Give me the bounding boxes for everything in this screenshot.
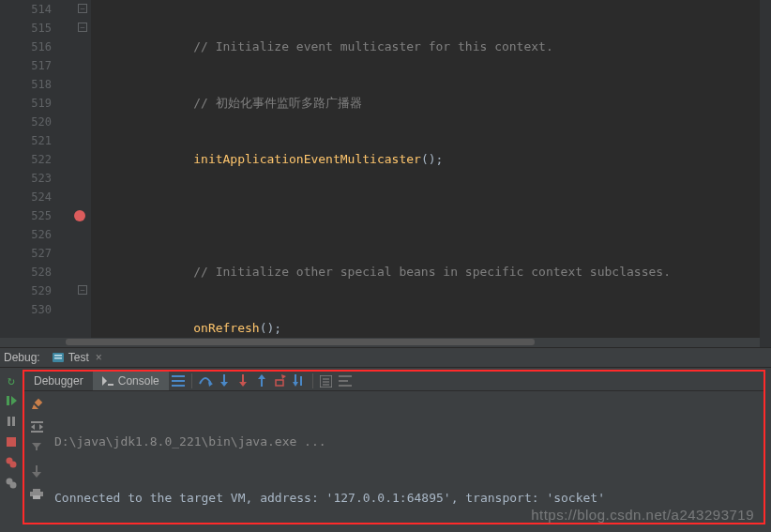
fold-toggle-icon[interactable]: −: [78, 4, 87, 13]
edit-icon[interactable]: [28, 395, 45, 412]
gutter-marker-slot[interactable]: [70, 206, 91, 225]
editor-horizontal-scrollbar[interactable]: [0, 338, 760, 347]
breakpoint-icon[interactable]: [74, 210, 85, 221]
run-config-tab[interactable]: Test ×: [52, 351, 102, 364]
line-number[interactable]: 522: [0, 150, 52, 169]
pause-button[interactable]: [3, 413, 20, 430]
error-stripe[interactable]: [760, 0, 771, 347]
show-frames-icon[interactable]: [169, 372, 188, 390]
debug-content: Debugger Console: [23, 370, 765, 524]
drop-frame-button[interactable]: [271, 372, 290, 390]
step-out-button[interactable]: [252, 372, 271, 390]
svg-rect-7: [7, 437, 16, 447]
rerun-button[interactable]: ↻: [3, 372, 20, 388]
line-number[interactable]: 521: [0, 131, 52, 150]
run-config-name: Test: [68, 351, 89, 364]
gutter-marker-slot[interactable]: [70, 131, 91, 150]
separator: [312, 373, 313, 388]
gutter-marker-slot[interactable]: [70, 263, 91, 281]
marker-column: −−−: [70, 0, 91, 347]
view-breakpoints-button[interactable]: [3, 454, 20, 471]
line-number[interactable]: 520: [0, 113, 52, 131]
svg-rect-47: [33, 489, 40, 492]
svg-marker-21: [239, 382, 247, 387]
svg-marker-12: [102, 376, 107, 386]
gutter-marker-slot[interactable]: [70, 56, 91, 75]
line-number[interactable]: 519: [0, 94, 52, 113]
line-number-gutter: 5145155165175185195205215225235245255265…: [0, 0, 70, 347]
debug-toolwindow: ↻ Debugger Console: [0, 368, 771, 532]
line-number[interactable]: 524: [0, 188, 52, 206]
line-number[interactable]: 514: [0, 0, 52, 19]
console-side-toolbar: [24, 391, 49, 532]
method-call: initApplicationEventMulticaster: [193, 152, 421, 166]
gutter-marker-slot[interactable]: [70, 300, 91, 319]
gutter-marker-slot[interactable]: −: [70, 0, 91, 19]
console-line: Connected to the target VM, address: '12…: [54, 489, 758, 508]
line-number[interactable]: 529: [0, 281, 52, 300]
close-icon[interactable]: ×: [96, 351, 102, 364]
console-tab[interactable]: Console: [93, 372, 169, 390]
debug-toolwindow-header: Debug: Test ×: [0, 347, 771, 368]
evaluate-expression-button[interactable]: [317, 372, 336, 390]
debug-panel-label: Debug:: [4, 351, 40, 364]
svg-rect-3: [7, 396, 9, 405]
line-number[interactable]: 526: [0, 225, 52, 244]
debugger-tab[interactable]: Debugger: [24, 372, 93, 390]
gutter-marker-slot[interactable]: [70, 75, 91, 94]
gutter-marker-slot[interactable]: −: [70, 281, 91, 300]
line-number[interactable]: 516: [0, 38, 52, 56]
gutter-marker-slot[interactable]: −: [70, 19, 91, 38]
scroll-down-button[interactable]: [28, 463, 45, 479]
gutter-marker-slot[interactable]: [70, 94, 91, 113]
gutter-marker-slot[interactable]: [70, 169, 91, 188]
line-number[interactable]: 515: [0, 19, 52, 38]
console-output[interactable]: D:\java\jdk1.8.0_221\bin\java.exe ... Co…: [49, 391, 763, 532]
svg-marker-23: [258, 374, 265, 379]
stop-button[interactable]: [3, 433, 20, 450]
line-number[interactable]: 530: [0, 300, 52, 319]
method-call: onRefresh: [193, 321, 259, 335]
line-number[interactable]: 517: [0, 56, 52, 75]
resume-button[interactable]: [3, 392, 20, 409]
gutter-marker-slot[interactable]: [70, 244, 91, 263]
comment: // Initialize event multicaster for this…: [193, 39, 553, 53]
fold-toggle-icon[interactable]: −: [78, 23, 87, 32]
console-panel: D:\java\jdk1.8.0_221\bin\java.exe ... Co…: [24, 391, 763, 532]
force-step-into-button[interactable]: [234, 372, 252, 390]
line-number[interactable]: 523: [0, 169, 52, 188]
step-into-button[interactable]: [215, 372, 234, 390]
line-number[interactable]: 525: [0, 206, 52, 225]
step-over-button[interactable]: [196, 372, 215, 390]
print-button[interactable]: [28, 485, 45, 502]
gutter-marker-slot[interactable]: [70, 38, 91, 56]
line-number[interactable]: 528: [0, 263, 52, 281]
gutter-marker-slot[interactable]: [70, 225, 91, 244]
soft-wrap-button[interactable]: [28, 418, 45, 434]
debug-toolbar: Debugger Console: [24, 372, 763, 391]
scroll-to-end-button[interactable]: [28, 440, 45, 457]
svg-rect-5: [8, 417, 10, 426]
gutter-marker-slot[interactable]: [70, 188, 91, 206]
svg-marker-40: [39, 424, 43, 430]
trace-current-stream-button[interactable]: [336, 372, 355, 390]
svg-marker-25: [281, 374, 286, 379]
test-config-icon: [52, 351, 65, 364]
fold-toggle-icon[interactable]: −: [78, 285, 87, 295]
gutter-marker-slot[interactable]: [70, 150, 91, 169]
scrollbar-thumb[interactable]: [66, 339, 535, 345]
line-number[interactable]: 518: [0, 75, 52, 94]
separator: [191, 373, 192, 388]
svg-rect-13: [108, 384, 113, 386]
svg-marker-45: [32, 472, 41, 478]
svg-rect-16: [172, 385, 185, 387]
line-number[interactable]: 527: [0, 244, 52, 263]
svg-rect-1: [54, 355, 62, 357]
code-area[interactable]: // Initialize event multicaster for this…: [70, 0, 771, 347]
mute-breakpoints-button[interactable]: [3, 475, 20, 492]
code-editor: 5145155165175185195205215225235245255265…: [0, 0, 771, 347]
svg-rect-24: [276, 380, 283, 386]
gutter-marker-slot[interactable]: [70, 113, 91, 131]
run-to-cursor-button[interactable]: [290, 372, 309, 390]
svg-rect-34: [339, 380, 348, 382]
